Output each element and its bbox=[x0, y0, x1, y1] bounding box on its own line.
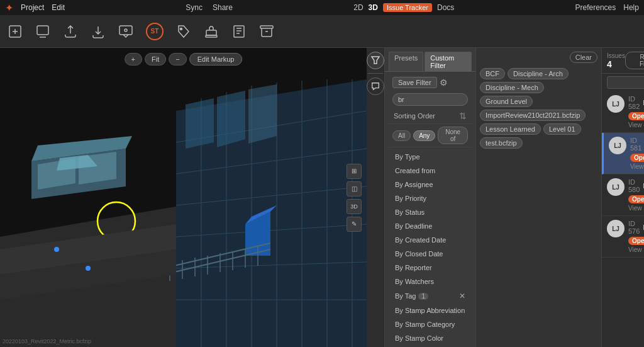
import-icon[interactable] bbox=[91, 24, 106, 39]
issue-view-580: View 2 bbox=[628, 205, 644, 212]
chat-button[interactable] bbox=[367, 77, 384, 95]
menu-sync[interactable]: Sync bbox=[186, 3, 203, 12]
filter-search-input[interactable] bbox=[392, 93, 468, 106]
option-tag-discipline-arch[interactable]: Discipline - Arch bbox=[508, 68, 569, 79]
zoom-in-button[interactable]: + bbox=[125, 53, 142, 65]
sorting-order-label: Sorting Order bbox=[394, 112, 435, 120]
option-tag-test-bcfzip[interactable]: test.bcfzip bbox=[480, 137, 523, 149]
menu-help[interactable]: Help bbox=[623, 3, 639, 12]
menu-item-project[interactable]: Project bbox=[21, 3, 44, 12]
option-tag-ground-level[interactable]: Ground Level bbox=[480, 96, 533, 107]
archive-icon[interactable] bbox=[259, 24, 274, 39]
status-badge-576: Open bbox=[628, 237, 644, 245]
section-box-button[interactable]: ⊞ bbox=[347, 164, 362, 179]
issue-card-580[interactable]: LJ ID 580 Luke Johnson (Revi... Open ● V… bbox=[602, 174, 644, 216]
filter-tab-content: Save Filter ⚙ Sorting Order ⇅ All Any No… bbox=[385, 71, 475, 347]
issue-view-582: View 4 bbox=[628, 122, 644, 128]
filter-item-by-tag[interactable]: By Tag 1 ✕ bbox=[389, 288, 472, 304]
filter-item-by-type[interactable]: By Type bbox=[389, 150, 472, 164]
none-of-toggle[interactable]: None of bbox=[438, 127, 468, 144]
publish-icon[interactable] bbox=[8, 24, 23, 39]
issue-view-581: View 1 bbox=[630, 163, 644, 170]
reset-filters-button[interactable]: Reset Filters bbox=[625, 52, 644, 69]
menu-preferences[interactable]: Preferences bbox=[575, 3, 616, 12]
custom-filter-tab[interactable]: Custom Filter bbox=[425, 52, 472, 71]
filter-item-by-created-date[interactable]: By Created Date bbox=[389, 233, 472, 247]
filter-item-by-deadline[interactable]: By Deadline bbox=[389, 219, 472, 233]
filter-search-row bbox=[389, 91, 472, 108]
filter-item-by-priority[interactable]: By Priority bbox=[389, 191, 472, 205]
tag-close-button[interactable]: ✕ bbox=[459, 292, 465, 300]
clear-button[interactable]: Clear bbox=[570, 52, 597, 63]
viewport-side-controls: ⊞ ◫ 3D ✎ bbox=[347, 164, 362, 232]
dim-2d-label[interactable]: 2D bbox=[353, 3, 363, 12]
menu-docs[interactable]: Docs bbox=[437, 3, 454, 12]
option-tag-discipline-mech[interactable]: Discipline - Mech bbox=[480, 82, 544, 93]
app-logo: ✦ bbox=[5, 2, 13, 14]
filter-settings-icon[interactable]: ⚙ bbox=[440, 77, 448, 88]
issues-search-input[interactable] bbox=[607, 76, 644, 89]
issue-avatar-582: LJ bbox=[607, 95, 625, 113]
svg-marker-32 bbox=[217, 91, 245, 147]
download-icon[interactable] bbox=[35, 24, 50, 39]
filter-item-by-assignee[interactable]: By Assignee bbox=[389, 178, 472, 191]
issue-avatar-580: LJ bbox=[607, 178, 625, 196]
issue-card-576[interactable]: LJ ID 576 Luke Johnson (Revi... Open ● V… bbox=[602, 216, 644, 258]
tag-count-badge: 1 bbox=[418, 293, 428, 300]
option-tag-lesson-learned[interactable]: Lesson Learned bbox=[480, 123, 541, 135]
issues-label: Issues bbox=[607, 52, 625, 59]
3d-view-button[interactable]: 3D bbox=[347, 199, 362, 214]
filter-item-by-status[interactable]: By Status bbox=[389, 205, 472, 219]
filter-item-stamp-abbreviation[interactable]: By Stamp Abbreviation bbox=[389, 304, 472, 317]
any-toggle[interactable]: Any bbox=[413, 130, 435, 141]
filter-item-stamp-category[interactable]: By Stamp Category bbox=[389, 317, 472, 331]
stamp-icon[interactable] bbox=[204, 24, 219, 39]
presets-tab[interactable]: Presets bbox=[389, 52, 423, 71]
option-tag-level-01[interactable]: Level 01 bbox=[543, 123, 581, 135]
sorting-icon[interactable]: ⇅ bbox=[459, 111, 467, 121]
filter-item-by-watchers[interactable]: By Watchers bbox=[389, 275, 472, 288]
fit-button[interactable]: Fit bbox=[145, 53, 166, 65]
all-toggle[interactable]: All bbox=[392, 130, 411, 141]
issue-id-581: ID 581 bbox=[630, 137, 644, 152]
dim-3d-label[interactable]: 3D bbox=[369, 3, 378, 12]
issue-card-581[interactable]: LJ ID 581 Luke Johnson (Revi... Open ● V… bbox=[602, 133, 644, 174]
issues-panel: Issues 4 Reset Filters ℹ LJ ID 58 bbox=[602, 48, 644, 347]
status-badge-582: Open bbox=[628, 112, 644, 120]
viewport[interactable]: + Fit − Edit Markup bbox=[0, 48, 367, 347]
svg-point-4 bbox=[180, 28, 182, 30]
section-plane-button[interactable]: ✎ bbox=[347, 217, 362, 232]
svg-marker-33 bbox=[248, 84, 277, 144]
zoom-out-button[interactable]: − bbox=[169, 53, 186, 65]
svg-rect-5 bbox=[206, 30, 216, 35]
upload-icon[interactable] bbox=[63, 24, 78, 39]
export-icon[interactable] bbox=[118, 24, 133, 39]
status-badge-581: Open bbox=[630, 154, 644, 162]
viewport-bottom-info: 20220103_Revit2022_Metric.bcfzip bbox=[3, 338, 91, 344]
tag-icon[interactable] bbox=[176, 24, 191, 39]
menu-item-edit[interactable]: Edit bbox=[52, 3, 65, 12]
svg-point-48 bbox=[54, 247, 59, 252]
save-filter-button[interactable]: Save Filter bbox=[392, 77, 437, 88]
viewport-controls: + Fit − Edit Markup bbox=[125, 53, 243, 65]
issue-id-580: ID 580 bbox=[628, 178, 643, 193]
filter-item-stamp-color[interactable]: By Stamp Color bbox=[389, 331, 472, 345]
filter-item-by-closed-date[interactable]: By Closed Date bbox=[389, 247, 472, 261]
filter-item-by-reporter[interactable]: By Reporter bbox=[389, 261, 472, 275]
issues-count: 4 bbox=[607, 59, 625, 69]
svg-rect-8 bbox=[260, 26, 273, 28]
menu-share[interactable]: Share bbox=[213, 3, 233, 12]
right-panels: Presets Custom Filter Save Filter ⚙ Sort… bbox=[367, 48, 644, 347]
option-tag-import-review[interactable]: ImportReview210ct2021.bcfzip bbox=[480, 110, 586, 121]
issue-tracker-toolbar-icon[interactable]: ST bbox=[146, 23, 164, 40]
filter-item-created-from[interactable]: Created from bbox=[389, 164, 472, 178]
option-tag-bcf[interactable]: BCF bbox=[480, 68, 505, 79]
issue-card-582[interactable]: LJ ID 582 Luke Johnson (Revi... Open ● V… bbox=[602, 91, 644, 133]
view-split-button[interactable]: ◫ bbox=[347, 181, 362, 196]
issue-tracker-badge[interactable]: Issue Tracker bbox=[383, 3, 432, 12]
report-icon[interactable] bbox=[231, 24, 247, 39]
svg-marker-50 bbox=[372, 57, 379, 64]
option-tags-container: BCF Discipline - Arch Discipline - Mech … bbox=[476, 64, 601, 152]
edit-markup-button[interactable]: Edit Markup bbox=[189, 53, 243, 65]
filter-bar-icon[interactable] bbox=[367, 52, 384, 69]
